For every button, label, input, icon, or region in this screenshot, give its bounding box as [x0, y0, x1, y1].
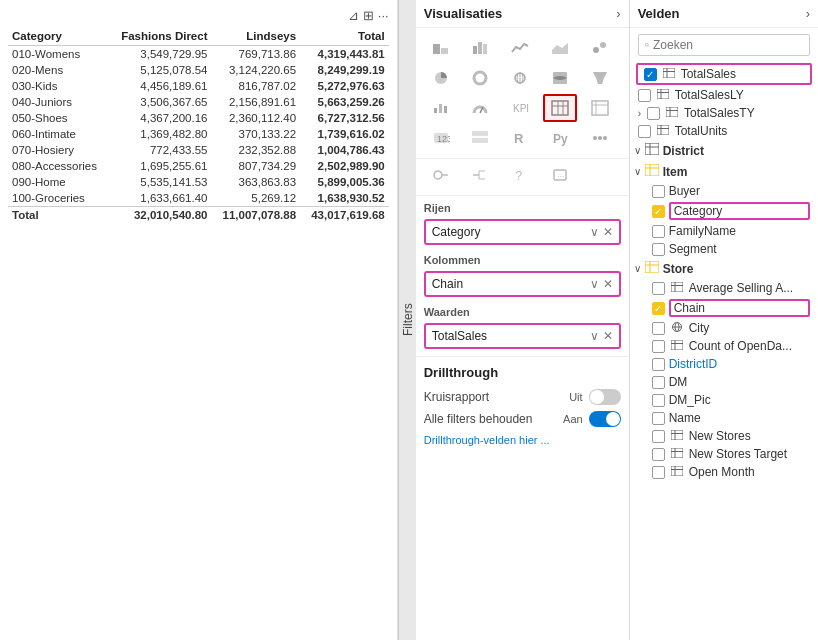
waterfall-chart-icon[interactable]	[424, 94, 458, 122]
cell-value: 1,633,661.40	[109, 190, 211, 207]
cell-category: 080-Accessories	[8, 158, 109, 174]
velden-expand-icon[interactable]: ›	[806, 6, 810, 21]
field-item-buyer[interactable]: Buyer	[630, 182, 818, 200]
search-box[interactable]	[638, 34, 810, 56]
alle-filters-label: Alle filters behouden	[424, 412, 533, 426]
filter-icon[interactable]: ⊿	[348, 8, 359, 23]
field-checkbox[interactable]	[652, 394, 665, 407]
group-header-item[interactable]: ∨Item	[630, 161, 818, 182]
field-item-newstores[interactable]: New Stores	[630, 427, 818, 445]
field-name-districtid: DistrictID	[669, 357, 810, 371]
svg-text:123: 123	[437, 134, 450, 144]
field-item-segment[interactable]: Segment	[630, 240, 818, 258]
field-item-countofopenda...[interactable]: Count of OpenDa...	[630, 337, 818, 355]
group-header-district[interactable]: ∨District	[630, 140, 818, 161]
field-checkbox[interactable]	[652, 358, 665, 371]
field-item-openmonth[interactable]: Open Month	[630, 463, 818, 481]
pie-chart-icon[interactable]	[424, 64, 458, 92]
field-item-totalsalesly[interactable]: TotalSalesLY	[630, 86, 818, 104]
gauge-chart-icon[interactable]	[463, 94, 497, 122]
field-checkbox[interactable]	[652, 412, 665, 425]
svg-point-34	[603, 136, 607, 140]
field-checkbox[interactable]: ✓	[644, 68, 657, 81]
field-checkbox[interactable]	[652, 340, 665, 353]
field-checkbox[interactable]: ✓	[652, 205, 665, 218]
filters-tab[interactable]: Filters	[398, 0, 416, 640]
kpi-chart-icon[interactable]: KPI	[503, 94, 537, 122]
more-visuals-icon[interactable]	[583, 124, 617, 152]
col-total: Total	[300, 27, 389, 46]
field-item-category[interactable]: ✓Category	[630, 200, 818, 222]
alle-filters-toggle[interactable]	[589, 411, 621, 427]
field-checkbox[interactable]	[652, 430, 665, 443]
key-influencers-icon[interactable]	[424, 161, 458, 189]
waarden-totalsales-field[interactable]: TotalSales ∨ ✕	[424, 323, 621, 349]
field-item-totalsales[interactable]: ✓TotalSales	[636, 63, 812, 85]
multirow-card-icon[interactable]	[463, 124, 497, 152]
field-table-icon	[655, 88, 671, 102]
kolommen-chain-field[interactable]: Chain ∨ ✕	[424, 271, 621, 297]
rijen-category-field[interactable]: Category ∨ ✕	[424, 219, 621, 245]
expand-icon[interactable]: ⊞	[363, 8, 374, 23]
funnel-chart-icon[interactable]	[583, 64, 617, 92]
map-chart-icon[interactable]	[503, 64, 537, 92]
field-item-newstorestarget[interactable]: New Stores Target	[630, 445, 818, 463]
remove-field-icon[interactable]: ✕	[603, 225, 613, 239]
drillthrough-more[interactable]: Drillthrough-velden hier ...	[424, 430, 621, 450]
field-checkbox[interactable]	[652, 322, 665, 335]
custom-visual-icon[interactable]: ···	[543, 161, 577, 189]
matrix-chart-icon[interactable]	[583, 94, 617, 122]
group-header-store[interactable]: ∨Store	[630, 258, 818, 279]
alle-filters-toggle-container: Aan	[563, 411, 621, 427]
field-checkbox[interactable]	[652, 225, 665, 238]
field-table-icon	[669, 465, 685, 479]
field-item-chain[interactable]: ✓Chain	[630, 297, 818, 319]
table-chart-icon[interactable]	[543, 94, 577, 122]
card-chart-icon[interactable]: 123	[424, 124, 458, 152]
field-item-dm_pic[interactable]: DM_Pic	[630, 391, 818, 409]
field-checkbox[interactable]	[652, 466, 665, 479]
qa-chart-icon[interactable]: ?	[503, 161, 537, 189]
field-checkbox[interactable]	[652, 376, 665, 389]
field-checkbox[interactable]	[652, 243, 665, 256]
scatter-chart-icon[interactable]	[583, 34, 617, 62]
filled-map-icon[interactable]	[543, 64, 577, 92]
field-item-name[interactable]: Name	[630, 409, 818, 427]
field-item-totalunits[interactable]: TotalUnits	[630, 122, 818, 140]
cell-value: 1,695,255.61	[109, 158, 211, 174]
remove-waarden-icon[interactable]: ✕	[603, 329, 613, 343]
field-checkbox[interactable]	[652, 448, 665, 461]
expand-kolommen-icon[interactable]: ∨	[590, 277, 599, 291]
python-script-icon[interactable]: Py	[543, 124, 577, 152]
decomp-tree-icon[interactable]	[463, 161, 497, 189]
field-checkbox[interactable]	[638, 89, 651, 102]
more-icon[interactable]: ···	[378, 8, 389, 23]
line-chart-icon[interactable]	[503, 34, 537, 62]
field-item-districtid[interactable]: DistrictID	[630, 355, 818, 373]
field-item-familyname[interactable]: FamilyName	[630, 222, 818, 240]
area-chart-icon[interactable]	[543, 34, 577, 62]
field-checkbox[interactable]: ✓	[652, 302, 665, 315]
search-input[interactable]	[653, 38, 803, 52]
remove-kolommen-icon[interactable]: ✕	[603, 277, 613, 291]
field-item-totalsalesty[interactable]: ›TotalSalesTY	[630, 104, 818, 122]
kolommen-field-actions: ∨ ✕	[590, 277, 613, 291]
expand-field-icon[interactable]: ∨	[590, 225, 599, 239]
column-chart-icon[interactable]	[463, 34, 497, 62]
field-item-averagesellinga...[interactable]: Average Selling A...	[630, 279, 818, 297]
field-item-city[interactable]: City	[630, 319, 818, 337]
bar-chart-icon[interactable]	[424, 34, 458, 62]
viz-expand-icon[interactable]: ›	[616, 6, 620, 21]
field-checkbox[interactable]	[638, 125, 651, 138]
expand-waarden-icon[interactable]: ∨	[590, 329, 599, 343]
chevron-icon: ∨	[634, 263, 641, 274]
field-item-dm[interactable]: DM	[630, 373, 818, 391]
r-script-icon[interactable]: R	[503, 124, 537, 152]
donut-chart-icon[interactable]	[463, 64, 497, 92]
field-checkbox[interactable]	[652, 282, 665, 295]
velden-header: Velden ›	[630, 0, 818, 28]
field-checkbox[interactable]	[647, 107, 660, 120]
field-checkbox[interactable]	[652, 185, 665, 198]
kruisrapport-toggle[interactable]	[589, 389, 621, 405]
cell-value: 3,506,367.65	[109, 94, 211, 110]
